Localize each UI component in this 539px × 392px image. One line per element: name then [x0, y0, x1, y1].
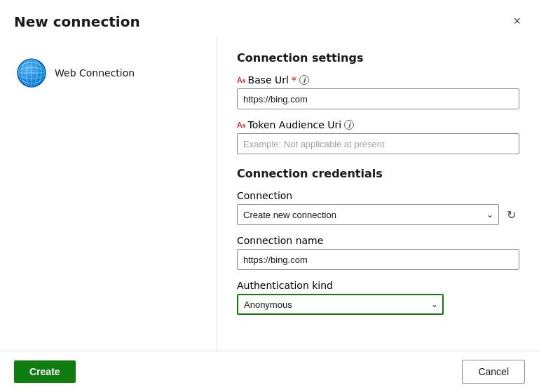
token-uri-info-icon[interactable]: i [344, 120, 354, 130]
base-url-input[interactable] [237, 88, 519, 109]
base-url-field-group: A𝐬 Base Url * i [237, 74, 519, 109]
dialog-header: New connection × [0, 0, 539, 37]
token-uri-label: Token Audience Uri [248, 119, 342, 130]
token-uri-field-icon: A𝐬 [237, 121, 245, 130]
connector-name: Web Connection [55, 67, 135, 79]
connector-item: Web Connection [14, 54, 203, 92]
connection-name-field-group: Connection name [237, 235, 519, 270]
new-connection-dialog: New connection × [0, 0, 539, 392]
base-url-field-icon: A𝐬 [237, 76, 245, 85]
connection-label-row: Connection [237, 190, 519, 201]
settings-title: Connection settings [237, 51, 519, 65]
connection-name-label: Connection name [237, 235, 323, 246]
token-uri-label-row: A𝐬 Token Audience Uri i [237, 119, 519, 130]
dialog-title: New connection [14, 13, 140, 30]
token-uri-input[interactable] [237, 133, 519, 154]
auth-kind-label-row: Authentication kind [237, 280, 519, 291]
auth-kind-select-wrapper: Anonymous Basic Windows ⌄ [237, 294, 444, 315]
dialog-body: Web Connection Connection settings A𝐬 Ba… [0, 37, 539, 351]
dialog-footer: Create Cancel [0, 351, 539, 392]
connection-label: Connection [237, 190, 292, 201]
create-button[interactable]: Create [14, 360, 76, 383]
left-panel: Web Connection [0, 37, 217, 351]
close-button[interactable]: × [509, 13, 525, 30]
refresh-button[interactable]: ↻ [503, 206, 519, 224]
credentials-section: Connection credentials Connection Create… [237, 167, 519, 315]
base-url-label-row: A𝐬 Base Url * i [237, 74, 519, 86]
globe-icon [17, 58, 46, 88]
auth-kind-select[interactable]: Anonymous Basic Windows [237, 294, 444, 315]
connection-select[interactable]: Create new connection [237, 204, 499, 225]
connection-name-input[interactable] [237, 249, 519, 270]
base-url-info-icon[interactable]: i [299, 75, 309, 85]
base-url-label: Base Url [248, 74, 289, 86]
credentials-title: Connection credentials [237, 167, 519, 180]
token-uri-field-group: A𝐬 Token Audience Uri i [237, 119, 519, 154]
connection-field-group: Connection Create new connection ⌄ ↻ [237, 190, 519, 225]
auth-kind-label: Authentication kind [237, 280, 333, 291]
connection-name-label-row: Connection name [237, 235, 519, 246]
settings-section: Connection settings A𝐬 Base Url * i A𝐬 [237, 51, 519, 154]
auth-kind-field-group: Authentication kind Anonymous Basic Wind… [237, 280, 519, 315]
connection-row: Create new connection ⌄ ↻ [237, 204, 519, 225]
connection-select-wrapper: Create new connection ⌄ [237, 204, 499, 225]
right-panel: Connection settings A𝐬 Base Url * i A𝐬 [217, 37, 539, 351]
cancel-button[interactable]: Cancel [462, 360, 525, 384]
base-url-required: * [292, 74, 296, 86]
